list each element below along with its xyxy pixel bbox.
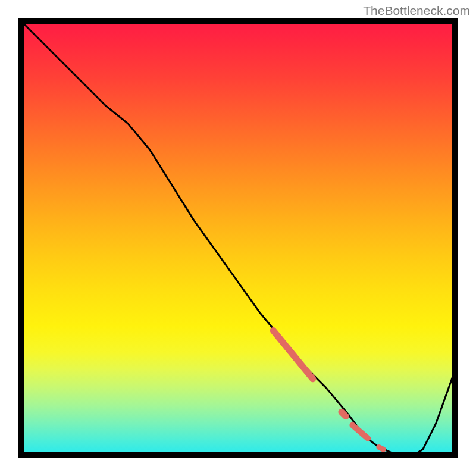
curve-layer [18, 18, 458, 455]
axis-border-left [18, 18, 24, 458]
watermark-text: TheBottleneck.com [363, 4, 470, 18]
thick-salmon-main [273, 330, 313, 378]
salmon-dot-3 [379, 447, 383, 450]
axis-border-top [18, 18, 458, 24]
bottleneck-curve [18, 18, 458, 455]
axis-border-right [452, 18, 458, 458]
salmon-dash-2 [352, 425, 368, 439]
salmon-dot-1 [342, 412, 346, 416]
chart-svg [18, 18, 458, 458]
axis-border-bottom [18, 452, 458, 458]
